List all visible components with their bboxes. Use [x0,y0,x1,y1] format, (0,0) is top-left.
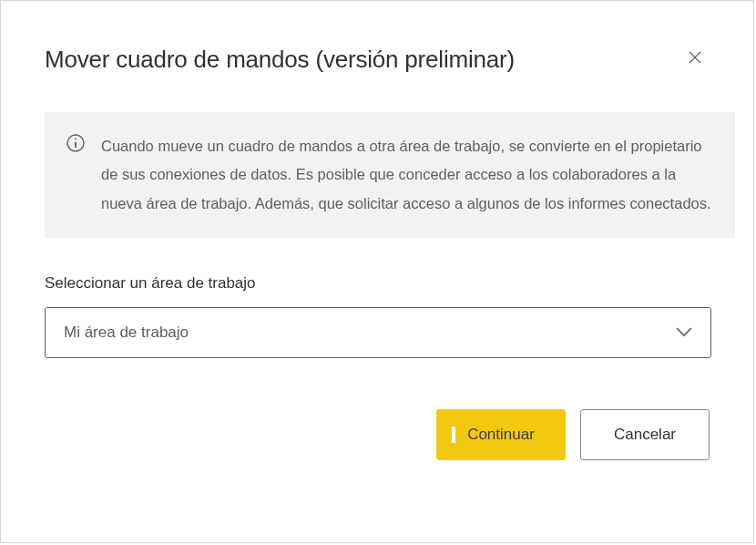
close-icon [689,51,701,67]
dialog-header: Mover cuadro de mandos (versión prelimin… [1,1,753,74]
dialog-title: Mover cuadro de mandos (versión prelimin… [45,46,515,74]
info-icon [66,134,85,152]
move-dashboard-dialog: Mover cuadro de mandos (versión prelimin… [0,0,754,543]
svg-point-4 [75,139,77,140]
info-notice: Cuando mueve un cuadro de mandos a otra … [45,112,735,238]
cancel-button[interactable]: Cancelar [580,409,710,460]
continue-button[interactable]: Continuar [436,409,566,460]
workspace-select-wrapper: Mi área de trabajo [45,307,711,358]
info-text: Cuando mueve un cuadro de mandos a otra … [101,132,713,218]
workspace-selected-value: Mi área de trabajo [64,324,189,342]
continue-button-label: Continuar [467,426,535,444]
close-button[interactable] [680,45,710,74]
workspace-select[interactable]: Mi área de trabajo [45,307,711,358]
cancel-button-label: Cancelar [614,426,676,444]
workspace-label: Seleccionar un área de trabajo [45,274,710,293]
form-section: Seleccionar un área de trabajo Mi área d… [1,238,753,358]
dialog-footer: Continuar Cancelar [1,358,753,460]
